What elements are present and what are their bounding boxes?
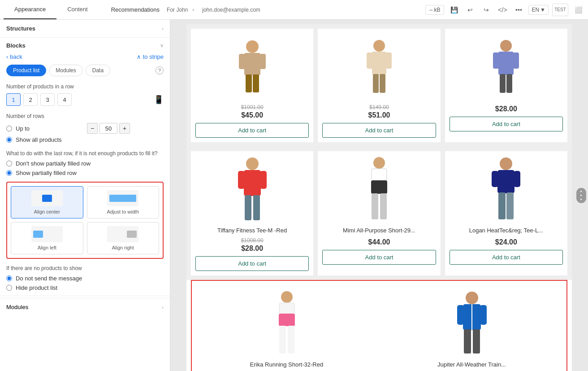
help-icon[interactable]: ?	[156, 66, 164, 74]
svg-rect-20	[238, 171, 245, 189]
align-left-label: Align left	[38, 245, 56, 250]
align-width-label: Adjust to width	[107, 209, 139, 214]
product-price-6: $24.00	[495, 238, 517, 246]
svg-rect-28	[380, 193, 387, 219]
add-to-cart-btn-1[interactable]: Add to cart	[195, 123, 309, 138]
radio-hide-product-list[interactable]: Hide product list	[6, 284, 164, 291]
stepper-group: − +	[87, 123, 130, 134]
for-label: For John	[167, 7, 188, 13]
svg-rect-8	[367, 52, 373, 69]
svg-point-29	[500, 157, 512, 170]
radio-show-partial[interactable]: Show partially filled row	[6, 170, 164, 176]
add-to-cart-btn-4[interactable]: Add to cart	[195, 256, 309, 271]
stepper-value[interactable]	[99, 123, 117, 134]
radio-up-to[interactable]: Up to − +	[6, 123, 164, 134]
stepper-minus[interactable]: −	[87, 123, 98, 134]
svg-rect-13	[498, 52, 514, 75]
align-left-option[interactable]: Align left	[11, 222, 83, 254]
row-count-3[interactable]: 3	[40, 93, 55, 106]
svg-rect-25	[372, 169, 387, 181]
no-products-radio-group: Do not send the message Hide product lis…	[6, 275, 164, 291]
product-image-6	[479, 156, 533, 223]
tab-data[interactable]: Data	[86, 65, 110, 76]
align-right-label: Align right	[112, 245, 134, 250]
radio-do-not-send[interactable]: Do not send the message	[6, 275, 164, 282]
modules-section-header[interactable]: Modules ›	[0, 298, 170, 316]
svg-rect-16	[500, 74, 506, 93]
product-card-2: $149.00 $51.00 Add to cart	[318, 29, 440, 142]
test-btn[interactable]: TEST	[552, 4, 568, 16]
more-icon-btn[interactable]: •••	[512, 4, 525, 16]
radio-do-not-send-input[interactable]	[6, 275, 12, 281]
row-count-1[interactable]: 1	[6, 93, 21, 106]
radio-dont-show-input[interactable]	[6, 161, 12, 166]
structures-header[interactable]: Structures ›	[0, 20, 170, 38]
last-row-section: What to do with the last row, if it is n…	[6, 150, 164, 259]
blocks-collapse-btn[interactable]: ∨	[160, 43, 164, 48]
product-image-1	[225, 33, 279, 100]
tab-appearance[interactable]: Appearance	[4, 0, 56, 19]
product-price-old-2: $149.00	[369, 104, 389, 110]
radio-dont-show[interactable]: Don't show partially filled row	[6, 160, 164, 167]
redo-icon-btn[interactable]: ↪	[480, 4, 493, 16]
code-icon-btn[interactable]: </>	[496, 4, 509, 16]
svg-rect-9	[385, 52, 392, 69]
align-width-option[interactable]: Adjust to width	[87, 186, 160, 218]
to-stripe-button[interactable]: ∧ to stripe	[137, 53, 164, 60]
radio-show-all[interactable]: Show all products	[6, 136, 164, 143]
svg-rect-33	[498, 192, 506, 219]
tab-content[interactable]: Content	[56, 0, 99, 19]
svg-rect-23	[253, 195, 260, 220]
svg-rect-32	[514, 171, 520, 187]
svg-rect-2	[239, 54, 245, 69]
product-card-3: $28.00 Add to cart	[445, 29, 567, 142]
svg-rect-45	[464, 329, 471, 354]
add-to-cart-btn-6[interactable]: Add to cart	[450, 250, 563, 265]
show-all-label: Show all products	[16, 136, 62, 143]
align-center-option[interactable]: Align center	[11, 186, 83, 218]
svg-rect-43	[480, 305, 487, 325]
save-icon-btn[interactable]: 💾	[448, 4, 460, 16]
svg-rect-42	[457, 305, 464, 325]
align-right-option[interactable]: Align right	[87, 222, 160, 254]
product-card-8: Jupiter All-Weather Train... $56.99 Add …	[381, 285, 562, 371]
product-name-7: Erika Running Short-32-Red	[250, 361, 323, 369]
modules-chevron: ›	[162, 305, 164, 310]
add-to-cart-btn-3[interactable]: Add to cart	[450, 117, 563, 131]
undo-icon-btn[interactable]: ↩	[464, 4, 476, 16]
product-name-5: Mimi All-Purpose Short-29...	[343, 227, 415, 235]
lang-selector[interactable]: EN ▼	[528, 5, 549, 15]
radio-show-partial-input[interactable]	[6, 170, 12, 176]
radio-hide-input[interactable]	[6, 285, 12, 291]
radio-show-all-input[interactable]	[6, 137, 12, 143]
row-count-group: 1 2 3 4 📱	[6, 93, 164, 106]
mobile-preview-icon[interactable]: 📱	[154, 95, 164, 105]
svg-point-24	[373, 157, 385, 169]
page-title: Recommendations	[111, 6, 160, 13]
radio-up-to-input[interactable]	[6, 126, 12, 131]
product-figure-5	[359, 156, 399, 223]
align-width-block	[109, 195, 136, 202]
row-count-4[interactable]: 4	[57, 93, 72, 106]
do-not-send-label: Do not send the message	[16, 275, 82, 282]
size-indicator: – kB	[425, 5, 444, 15]
product-name-4: Tiffany Fitness Tee-M -Red	[217, 227, 287, 235]
tab-modules[interactable]: Modules	[49, 65, 82, 76]
svg-rect-15	[513, 52, 519, 69]
scroll-hint[interactable]: • • •	[576, 188, 586, 203]
product-figure-8	[452, 290, 492, 357]
svg-rect-1	[244, 53, 260, 75]
tab-product-list[interactable]: Product list	[6, 65, 46, 76]
add-to-cart-btn-2[interactable]: Add to cart	[322, 123, 436, 138]
svg-point-0	[246, 40, 259, 53]
stepper-plus[interactable]: +	[119, 123, 130, 134]
right-panel: $1001.00 $45.00 Add to cart	[170, 20, 588, 371]
back-button[interactable]: ‹ back	[6, 53, 22, 60]
preview-icon-btn[interactable]: ⬜	[572, 4, 584, 16]
svg-rect-21	[260, 171, 267, 189]
no-products-section: If there are no products to show Do not …	[6, 265, 164, 291]
left-panel: Structures › Blocks ∨ ‹ back ∧ to stripe	[0, 20, 170, 371]
dont-show-label: Don't show partially filled row	[16, 160, 91, 167]
row-count-2[interactable]: 2	[23, 93, 38, 106]
add-to-cart-btn-5[interactable]: Add to cart	[322, 250, 436, 265]
